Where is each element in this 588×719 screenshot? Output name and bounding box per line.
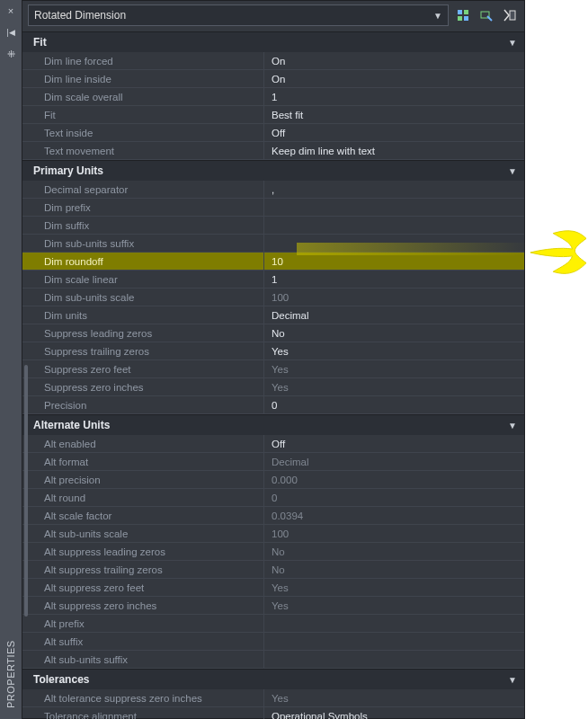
panel-title-vertical: PROPERTIES: [0, 618, 22, 708]
section-title: Tolerances: [33, 673, 89, 686]
property-label: Alt sub-units suffix: [22, 651, 264, 668]
object-type-select[interactable]: Rotated Dimension ▼: [28, 4, 449, 26]
property-row[interactable]: Alt scale factor0.0394: [22, 507, 524, 525]
svg-rect-5: [510, 11, 515, 20]
property-label: Precision: [22, 396, 264, 413]
property-value[interactable]: 0: [264, 489, 524, 506]
property-row[interactable]: Alt suppress zero inchesYes: [22, 597, 524, 615]
property-label: Fit: [22, 106, 264, 123]
section-header[interactable]: Alternate Units▼: [22, 414, 524, 435]
property-value[interactable]: 0: [264, 396, 524, 413]
property-row[interactable]: Dim prefix: [22, 199, 524, 217]
property-value[interactable]: Keep dim line with text: [264, 142, 524, 159]
property-value[interactable]: Best fit: [264, 106, 524, 123]
property-value[interactable]: [264, 651, 524, 668]
property-row[interactable]: Text insideOff: [22, 124, 524, 142]
property-value[interactable]: Decimal: [264, 453, 524, 470]
section-header[interactable]: Tolerances▼: [22, 669, 524, 689]
property-row[interactable]: Alt prefix: [22, 615, 524, 633]
svg-rect-1: [464, 10, 468, 14]
property-label: Dim line forced: [22, 52, 264, 69]
property-value[interactable]: Yes: [264, 689, 524, 706]
close-icon[interactable]: ×: [0, 0, 22, 22]
property-value[interactable]: [264, 199, 524, 216]
property-row[interactable]: Text movementKeep dim line with text: [22, 142, 524, 160]
property-value[interactable]: 0.0394: [264, 507, 524, 524]
property-value[interactable]: On: [264, 70, 524, 87]
property-value[interactable]: Yes: [264, 360, 524, 377]
property-row[interactable]: Dim scale overall1: [22, 88, 524, 106]
property-row[interactable]: Dim line forcedOn: [22, 52, 524, 70]
property-value[interactable]: Yes: [264, 579, 524, 596]
selection-bottom-icon[interactable]: [477, 6, 495, 24]
panel-side-strip: × |◀ ⁜ PROPERTIES: [0, 0, 22, 719]
property-value[interactable]: 1: [264, 271, 524, 288]
property-row[interactable]: Dim line insideOn: [22, 70, 524, 88]
property-value[interactable]: [264, 633, 524, 650]
property-row[interactable]: Alt sub-units scale100: [22, 525, 524, 543]
deselect-icon[interactable]: [501, 6, 519, 24]
property-value[interactable]: Off: [264, 124, 524, 141]
property-row[interactable]: Dim sub-units suffix: [22, 235, 524, 253]
property-row[interactable]: Dim scale linear1: [22, 271, 524, 288]
property-value[interactable]: Operational Symbols: [264, 707, 524, 719]
property-value[interactable]: On: [264, 52, 524, 69]
property-value[interactable]: 100: [264, 525, 524, 542]
property-value[interactable]: 10: [264, 253, 524, 270]
property-label: Tolerance alignment: [22, 707, 264, 719]
property-row[interactable]: Alt suffix: [22, 633, 524, 651]
property-row[interactable]: Dim sub-units scale100: [22, 288, 524, 306]
property-row[interactable]: Tolerance alignmentOperational Symbols: [22, 707, 524, 719]
property-label: Alt format: [22, 453, 264, 470]
property-row[interactable]: Dim unitsDecimal: [22, 306, 524, 324]
property-value[interactable]: Yes: [264, 378, 524, 395]
property-row[interactable]: Alt enabledOff: [22, 435, 524, 453]
property-value[interactable]: [264, 235, 524, 252]
property-row[interactable]: Decimal separator,: [22, 181, 524, 199]
property-value[interactable]: 0.000: [264, 471, 524, 488]
scrollbar-indicator[interactable]: [24, 365, 28, 617]
property-value[interactable]: [264, 615, 524, 632]
property-row[interactable]: Alt suppress leading zerosNo: [22, 543, 524, 561]
chevron-down-icon: ▼: [508, 421, 517, 431]
property-row[interactable]: Alt suppress trailing zerosNo: [22, 561, 524, 579]
property-label: Dim roundoff: [22, 253, 264, 270]
pin-icon[interactable]: |◀: [0, 22, 22, 43]
property-row[interactable]: Alt formatDecimal: [22, 453, 524, 471]
property-row[interactable]: Precision0: [22, 396, 524, 414]
property-value[interactable]: No: [264, 561, 524, 578]
options-icon[interactable]: ⁜: [0, 43, 22, 65]
property-value[interactable]: 100: [264, 288, 524, 306]
property-row[interactable]: Dim roundoff10: [22, 253, 524, 271]
property-value[interactable]: Off: [264, 435, 524, 452]
chevron-down-icon: ▼: [508, 675, 517, 685]
section-header[interactable]: Fit▼: [22, 31, 524, 52]
whitespace-margin: [525, 0, 588, 719]
property-row[interactable]: Suppress trailing zerosYes: [22, 342, 524, 360]
property-value[interactable]: Decimal: [264, 306, 524, 324]
property-value[interactable]: 1: [264, 88, 524, 105]
property-value[interactable]: [264, 217, 524, 234]
property-row[interactable]: Alt precision0.000: [22, 471, 524, 489]
property-row[interactable]: Suppress leading zerosNo: [22, 324, 524, 342]
section-title: Fit: [33, 36, 47, 49]
property-label: Alt suppress zero feet: [22, 579, 264, 596]
property-value[interactable]: Yes: [264, 342, 524, 360]
property-row[interactable]: Alt sub-units suffix: [22, 651, 524, 669]
property-label: Alt round: [22, 489, 264, 506]
property-row[interactable]: FitBest fit: [22, 106, 524, 124]
property-value[interactable]: No: [264, 324, 524, 342]
property-row[interactable]: Suppress zero inchesYes: [22, 378, 524, 396]
property-value[interactable]: ,: [264, 181, 524, 198]
quick-select-icon[interactable]: [454, 6, 472, 24]
property-label: Suppress zero feet: [22, 360, 264, 377]
property-row[interactable]: Suppress zero feetYes: [22, 360, 524, 378]
property-row[interactable]: Dim suffix: [22, 217, 524, 235]
property-row[interactable]: Alt round0: [22, 489, 524, 507]
property-value[interactable]: Yes: [264, 597, 524, 614]
section-header[interactable]: Primary Units▼: [22, 160, 524, 181]
property-row[interactable]: Alt suppress zero feetYes: [22, 579, 524, 597]
svg-rect-3: [464, 16, 468, 21]
property-value[interactable]: No: [264, 543, 524, 560]
property-row[interactable]: Alt tolerance suppress zero inchesYes: [22, 689, 524, 707]
